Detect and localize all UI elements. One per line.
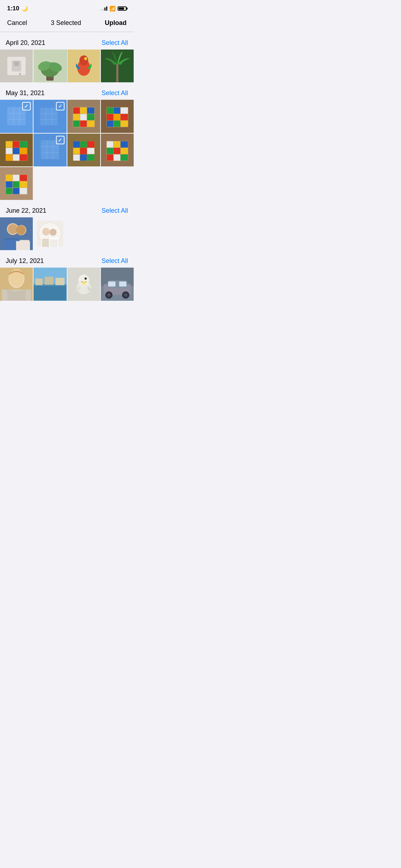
svg-rect-57 (20, 148, 27, 154)
section-header-june-2021: June 22, 2021Select All (0, 203, 134, 217)
photo-cell-cube-color-6[interactable] (0, 167, 33, 200)
photo-cell-cube-color-5[interactable] (101, 134, 134, 166)
photo-cell-cube-blue-1[interactable] (0, 100, 33, 133)
cancel-button[interactable]: Cancel (7, 19, 27, 27)
photo-bg-cube-color-6 (0, 167, 33, 200)
svg-rect-97 (6, 188, 12, 194)
section-header-may-2021: May 31, 2021Select All (0, 85, 134, 100)
svg-rect-127 (34, 286, 66, 301)
svg-rect-47 (107, 121, 113, 127)
svg-rect-80 (107, 141, 113, 147)
svg-rect-54 (20, 141, 27, 147)
photo-cell-cube-blue-2[interactable] (34, 100, 66, 133)
photo-cell-plant[interactable] (34, 50, 66, 82)
photo-cell-bird-art[interactable] (67, 50, 100, 82)
svg-rect-93 (20, 175, 27, 181)
svg-rect-53 (13, 141, 19, 147)
section-date-may-2021: May 31, 2021 (6, 89, 45, 97)
sections-container: April 20, 2021Select All May 31, 2021Sel… (0, 32, 134, 301)
nav-bar: Cancel 3 Selected Upload (0, 15, 134, 32)
svg-point-13 (84, 57, 87, 60)
photo-grid-june-2021 (0, 217, 134, 250)
svg-rect-44 (107, 114, 113, 120)
svg-rect-81 (114, 141, 120, 147)
section-spacer-1 (0, 82, 134, 85)
svg-rect-115 (50, 239, 58, 247)
status-time: 1:10 🌙 (7, 5, 28, 12)
status-icons: 📶 (101, 6, 127, 11)
photo-cell-cube-color-3[interactable] (0, 134, 33, 166)
svg-rect-124 (35, 279, 43, 285)
moon-icon: 🌙 (22, 6, 28, 11)
select-all-button-may-2021[interactable]: Select All (102, 89, 128, 97)
svg-rect-70 (80, 141, 86, 147)
svg-point-132 (81, 281, 86, 285)
svg-rect-34 (80, 114, 86, 120)
photo-cell-people-2[interactable] (34, 217, 66, 250)
photo-grid-july-2021 (0, 268, 134, 300)
svg-rect-45 (114, 114, 120, 120)
photo-bg-bird2 (67, 268, 100, 300)
photo-bg-harbor (34, 268, 66, 300)
svg-rect-4 (14, 62, 19, 66)
checkmark-cube-blue-3 (56, 136, 65, 144)
photo-cell-car[interactable] (101, 268, 134, 300)
section-spacer-0 (0, 32, 134, 35)
photo-cell-cube-blue-3[interactable] (34, 134, 66, 166)
svg-rect-48 (114, 121, 120, 127)
photo-cell-cube-color-1[interactable] (67, 100, 100, 133)
photo-grid-may-2021 (0, 100, 134, 200)
svg-point-141 (107, 293, 110, 297)
section-header-july-2021: July 12, 2021Select All (0, 253, 134, 268)
svg-rect-71 (87, 141, 94, 147)
photo-cell-palm-plant[interactable] (101, 50, 134, 82)
svg-rect-114 (42, 239, 49, 247)
svg-rect-138 (119, 281, 127, 286)
svg-rect-108 (16, 241, 30, 250)
section-date-june-2021: June 22, 2021 (6, 207, 46, 215)
svg-point-111 (42, 228, 50, 236)
svg-rect-77 (87, 154, 94, 160)
svg-rect-95 (13, 181, 19, 187)
svg-rect-125 (45, 277, 54, 285)
signal-bars (101, 6, 107, 11)
photo-cell-woman[interactable] (0, 268, 33, 300)
signal-bar-3 (104, 7, 106, 11)
photo-cell-harbor[interactable] (34, 268, 66, 300)
svg-rect-126 (56, 278, 65, 285)
svg-rect-52 (6, 141, 12, 147)
photo-grid-april-2021 (0, 50, 134, 82)
svg-rect-31 (80, 108, 86, 114)
photo-cell-bird2[interactable] (67, 268, 100, 300)
svg-rect-83 (107, 148, 113, 154)
photo-cell-light-switch[interactable] (0, 50, 33, 82)
signal-bar-1 (101, 10, 102, 11)
battery-icon (118, 6, 127, 11)
svg-rect-82 (120, 141, 128, 147)
selected-count-title: 3 Selected (51, 19, 81, 27)
photo-cell-people-1[interactable] (0, 217, 33, 250)
svg-rect-38 (87, 121, 94, 127)
svg-rect-43 (120, 108, 128, 114)
section-header-april-2021: April 20, 2021Select All (0, 35, 134, 50)
photo-bg-people-1 (0, 217, 33, 250)
select-all-button-july-2021[interactable]: Select All (102, 257, 128, 265)
select-all-button-june-2021[interactable]: Select All (102, 207, 128, 215)
svg-rect-85 (120, 148, 128, 154)
svg-rect-33 (73, 114, 79, 120)
svg-rect-36 (73, 121, 79, 127)
select-all-button-april-2021[interactable]: Select All (102, 39, 128, 47)
svg-rect-56 (13, 148, 19, 154)
svg-rect-99 (20, 188, 27, 194)
photo-cell-cube-color-2[interactable] (101, 100, 134, 133)
section-spacer-2 (0, 200, 134, 203)
photo-bg-bird-art (67, 50, 100, 82)
svg-rect-92 (13, 175, 19, 181)
upload-button[interactable]: Upload (105, 19, 127, 27)
status-bar: 1:10 🌙 📶 (0, 0, 134, 15)
photo-cell-cube-color-4[interactable] (67, 134, 100, 166)
svg-rect-49 (120, 121, 128, 127)
svg-point-131 (84, 278, 87, 280)
svg-point-106 (16, 226, 26, 235)
photo-bg-cube-color-1 (67, 100, 100, 133)
